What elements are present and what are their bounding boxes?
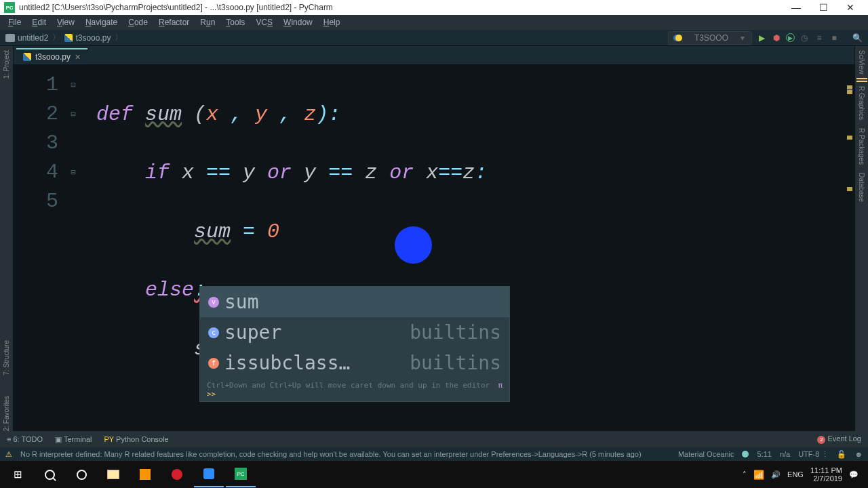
zoom-taskbar[interactable] [194, 462, 224, 487]
breadcrumb-file[interactable]: t3sooo.py [64, 33, 111, 43]
chevron-icon: 〉 [115, 32, 123, 43]
autocomplete-item[interactable]: f issubclass… builtins [200, 348, 509, 378]
error-stripe[interactable] [847, 85, 852, 191]
profile-button[interactable]: ◷ [799, 33, 810, 43]
coverage-button[interactable]: ▶ [786, 33, 795, 42]
minimize-button[interactable]: — [783, 2, 810, 13]
project-tool-tab[interactable]: 1: Project [3, 50, 10, 79]
folder-icon [5, 34, 15, 42]
theme-dot-icon [742, 451, 749, 458]
os-titlebar: PC untitled2 [C:\Users\t3so\PycharmProje… [0, 0, 868, 15]
tray-chevron-icon[interactable]: ˄ [743, 470, 747, 479]
editor-tab[interactable]: t3sooo.py ✕ [16, 48, 87, 64]
autocomplete-hint-link[interactable]: >> [207, 390, 216, 399]
function-icon: f [208, 358, 219, 369]
cortana-button[interactable] [66, 462, 96, 487]
menu-window[interactable]: Window [279, 18, 317, 27]
chevron-icon: 〉 [52, 32, 60, 43]
pycharm-icon: PC [4, 2, 15, 13]
encoding[interactable]: UTF-8 ⋮ [798, 450, 829, 459]
right-tool-stripe: SciView R Graphics R Packages Database [854, 46, 868, 431]
warning-icon: ⚠ [5, 450, 12, 459]
fold-gutter: ⊟ ⊟ ⊟ [66, 65, 80, 431]
maximize-button[interactable]: ☐ [810, 2, 837, 13]
bottom-tool-stripe: ≡ 6: TODO ▣ Terminal PY Python Console 2… [0, 431, 868, 447]
autocomplete-item-label: issubclass… [224, 352, 404, 374]
pycharm-taskbar[interactable]: PC [226, 462, 256, 487]
run-config-label: T3SOOO [694, 33, 728, 43]
notifications-icon[interactable]: 💬 [849, 470, 859, 479]
rpackages-tool-tab[interactable]: R Packages [858, 124, 865, 169]
structure-tool-tab[interactable]: 7: Structure [3, 340, 10, 375]
inspections-icon[interactable]: ☻ [854, 450, 863, 458]
rgraphics-tool-tab[interactable]: R Graphics [858, 82, 865, 124]
fold-toggle-icon[interactable]: ⊟ [66, 100, 80, 129]
fold-toggle-icon[interactable]: ⊟ [66, 158, 80, 187]
sublime-taskbar[interactable] [130, 462, 160, 487]
autocomplete-item[interactable]: v sum [200, 287, 509, 317]
python-console-tool-tab[interactable]: PY Python Console [104, 435, 169, 443]
fold-toggle-icon[interactable]: ⊟ [66, 70, 80, 100]
theme-label[interactable]: Material Oceanic [678, 450, 734, 458]
start-button[interactable]: ⊞ [3, 462, 33, 487]
menu-navigate[interactable]: Navigate [81, 18, 121, 27]
cursor-indicator-overlay [395, 226, 432, 264]
menu-edit[interactable]: Edit [28, 18, 50, 27]
event-log-tool-tab[interactable]: 2 Event Log [817, 434, 861, 444]
caret-position[interactable]: 5:11 [757, 450, 771, 458]
variable-icon: v [208, 297, 219, 308]
menu-tools[interactable]: Tools [222, 18, 249, 27]
line-sep[interactable]: n/a [780, 450, 790, 458]
file-explorer-taskbar[interactable] [98, 462, 128, 487]
class-icon: c [208, 327, 219, 338]
taskbar-search[interactable] [35, 462, 64, 487]
concurrency-button[interactable]: ≡ [814, 33, 825, 43]
menu-view[interactable]: View [53, 18, 79, 27]
code-area[interactable]: 1 2 3 4 5 ⊟ ⊟ ⊟ def sum (x , y , z): if … [14, 65, 854, 431]
line-number-gutter: 1 2 3 4 5 [14, 65, 66, 431]
readonly-lock-icon[interactable]: 🔓 [837, 450, 846, 459]
pi-icon: π [498, 381, 502, 399]
chevron-down-icon: ▾ [741, 33, 745, 43]
editor-tabs: t3sooo.py ✕ [14, 46, 854, 65]
debug-button[interactable]: ⬢ [771, 33, 782, 43]
left-tool-stripe: 1: Project 7: Structure 2: Favorites [0, 46, 14, 431]
sciview-tool-tab[interactable]: SciView [858, 46, 865, 78]
favorites-tool-tab[interactable]: 2: Favorites [3, 396, 10, 431]
volume-icon[interactable]: 🔊 [771, 470, 781, 479]
os-taskbar: ⊞ PC ˄ 📶 🔊 ENG 11:11 PM 2/7/2019 💬 [0, 461, 868, 488]
taskbar-clock[interactable]: 11:11 PM 2/7/2019 [810, 466, 842, 483]
window-title: untitled2 [C:\Users\t3so\PycharmProjects… [19, 3, 333, 12]
autocomplete-item[interactable]: c super builtins [200, 317, 509, 348]
terminal-tool-tab[interactable]: ▣ Terminal [55, 435, 92, 444]
menu-refactor[interactable]: Refactor [155, 18, 193, 27]
search-everywhere-button[interactable]: 🔍 [852, 33, 863, 43]
stop-button[interactable]: ■ [829, 33, 840, 43]
autocomplete-hint: Ctrl+Down and Ctrl+Up will move caret do… [200, 378, 509, 401]
autocomplete-popup: v sum c super builtins f issubclass… bui… [199, 286, 510, 402]
menu-help[interactable]: Help [319, 18, 344, 27]
close-tab-icon[interactable]: ✕ [75, 53, 81, 62]
python-file-icon [23, 53, 31, 61]
opera-taskbar[interactable] [162, 462, 192, 487]
status-message[interactable]: No R interpreter defined: Many R related… [20, 450, 642, 458]
editor: t3sooo.py ✕ 1 2 3 4 5 ⊟ ⊟ ⊟ def sum (x ,… [14, 46, 854, 431]
network-icon[interactable]: 📶 [753, 470, 764, 480]
database-tool-tab[interactable]: Database [858, 169, 865, 206]
status-bar: ⚠ No R interpreter defined: Many R relat… [0, 447, 868, 461]
todo-tool-tab[interactable]: ≡ 6: TODO [7, 435, 43, 443]
menu-vcs[interactable]: VCS [252, 18, 277, 27]
breadcrumb-project-label: untitled2 [18, 33, 48, 43]
menu-file[interactable]: File [4, 18, 25, 27]
breadcrumb-file-label: t3sooo.py [75, 33, 111, 43]
run-button[interactable]: ▶ [756, 33, 767, 43]
python-file-icon [64, 34, 73, 42]
keyboard-lang[interactable]: ENG [787, 470, 804, 479]
menu-code[interactable]: Code [124, 18, 152, 27]
close-button[interactable]: ✕ [837, 2, 864, 13]
breadcrumb-project[interactable]: untitled2 [5, 33, 48, 43]
run-config-selector[interactable]: T3SOOO ▾ [668, 31, 752, 45]
autocomplete-item-label: sum [224, 291, 496, 313]
system-tray[interactable]: ˄ 📶 🔊 ENG 11:11 PM 2/7/2019 💬 [743, 466, 865, 483]
menu-run[interactable]: Run [196, 18, 219, 27]
